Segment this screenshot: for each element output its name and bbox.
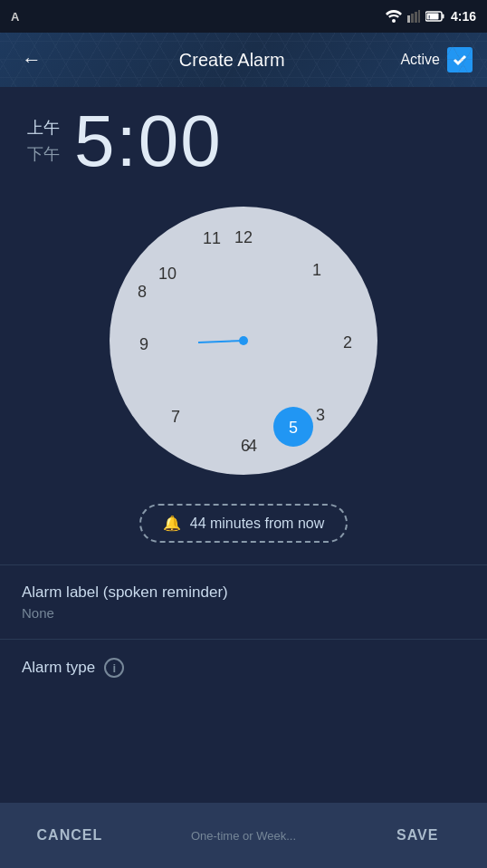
svg-text:6: 6 xyxy=(241,437,250,455)
time-section: 上午 下午 5:00 xyxy=(0,87,487,196)
svg-text:2: 2 xyxy=(343,333,352,352)
svg-text:8: 8 xyxy=(138,283,147,301)
reminder-section: 🔔 44 minutes from now xyxy=(0,495,487,564)
pm-label[interactable]: 下午 xyxy=(27,143,60,166)
time-hour: 5 xyxy=(74,101,117,181)
status-bar-right: ! 4:16 xyxy=(386,9,476,24)
header: ← Create Alarm Active xyxy=(0,33,487,87)
svg-text:7: 7 xyxy=(171,408,180,426)
am-label[interactable]: 上午 xyxy=(27,117,60,140)
bell-icon: 🔔 xyxy=(163,515,181,532)
save-button[interactable]: SAVE xyxy=(348,803,487,868)
svg-rect-6 xyxy=(442,14,444,19)
svg-rect-2 xyxy=(411,14,414,23)
alarm-label-value: None xyxy=(22,605,465,621)
status-bar: A ! 4:16 xyxy=(0,0,487,33)
svg-text:1: 1 xyxy=(312,261,321,279)
clock-section[interactable]: 12 1 2 3 4 7 9 10 11 6 8 xyxy=(0,196,487,495)
svg-rect-3 xyxy=(415,12,417,23)
alarm-label-section[interactable]: Alarm label (spoken reminder) None xyxy=(0,564,487,639)
alarm-type-section[interactable]: Alarm type i xyxy=(0,639,487,696)
cancel-button[interactable]: CANCEL xyxy=(0,803,139,868)
clock-container[interactable]: 12 1 2 3 4 7 9 10 11 6 8 xyxy=(108,205,379,477)
svg-text:11: 11 xyxy=(203,229,221,247)
alarm-label-title: Alarm label (spoken reminder) xyxy=(22,583,465,602)
info-icon[interactable]: i xyxy=(104,658,124,678)
clock-svg[interactable]: 12 1 2 3 4 7 9 10 11 6 8 xyxy=(108,205,379,477)
app-icon: A xyxy=(11,10,19,24)
alarm-type-label: Alarm type xyxy=(22,659,95,677)
status-time: 4:16 xyxy=(451,9,476,24)
reminder-badge: 🔔 44 minutes from now xyxy=(139,504,349,543)
time-separator: : xyxy=(117,101,138,181)
svg-text:9: 9 xyxy=(139,335,148,353)
wifi-icon xyxy=(386,10,402,23)
svg-text:5: 5 xyxy=(289,419,298,437)
status-bar-left: A xyxy=(11,10,19,24)
svg-text:3: 3 xyxy=(316,406,325,424)
am-pm-selector[interactable]: 上午 下午 xyxy=(27,117,60,166)
svg-text:10: 10 xyxy=(158,265,177,283)
battery-icon: ! xyxy=(425,10,445,23)
bottom-bar: CANCEL One-time or Week... SAVE xyxy=(0,803,487,868)
svg-rect-4 xyxy=(418,10,420,23)
reminder-text: 44 minutes from now xyxy=(190,516,325,532)
time-display[interactable]: 5:00 xyxy=(74,105,223,178)
alarm-frequency-selector[interactable]: One-time or Week... xyxy=(139,803,349,868)
svg-point-0 xyxy=(392,19,396,23)
svg-text:!: ! xyxy=(428,14,430,21)
main-content: 上午 下午 5:00 12 1 2 3 4 7 9 10 11 6 xyxy=(0,87,487,696)
signal-icon xyxy=(407,10,420,23)
svg-rect-1 xyxy=(407,15,410,23)
svg-text:12: 12 xyxy=(234,228,253,246)
time-minutes: 00 xyxy=(138,101,223,181)
